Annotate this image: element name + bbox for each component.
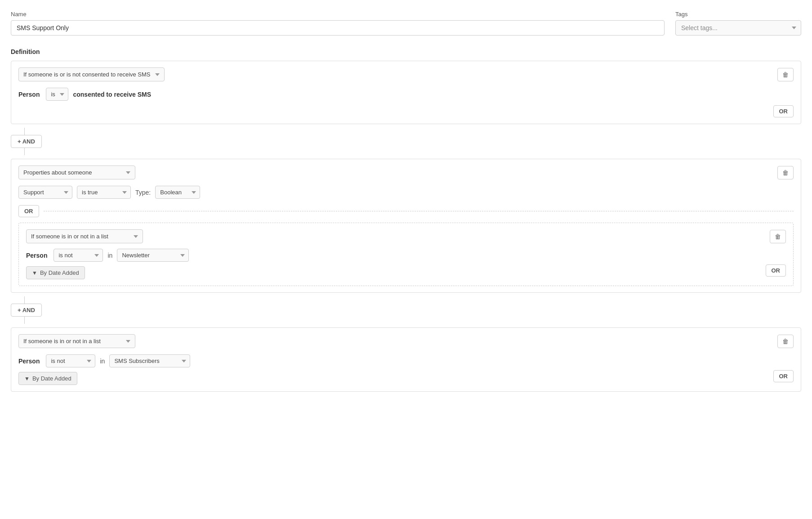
connector-line-2b: [24, 317, 25, 324]
delete-button-1[interactable]: 🗑: [777, 68, 794, 81]
sub-delete-button-2[interactable]: 🗑: [770, 230, 786, 243]
or-divider-2: OR: [18, 205, 794, 217]
or-button-2[interactable]: OR: [766, 264, 786, 277]
sub-condition-row-2: Person is not in Newsletter: [26, 249, 786, 262]
condition-block-3: If someone is in or not in a list 🗑 Pers…: [11, 327, 801, 392]
type-label-2: Type:: [135, 189, 151, 196]
person-label-3: Person: [18, 358, 40, 365]
filter-icon-3: ▼: [24, 376, 30, 382]
tags-label: Tags: [675, 11, 801, 18]
filter-icon-2: ▼: [32, 270, 37, 276]
delete-button-3[interactable]: 🗑: [777, 335, 794, 348]
sub-condition-block-2: If someone is in or not in a list 🗑 Pers…: [18, 223, 794, 286]
sub-is-not-select-2[interactable]: is not: [54, 249, 103, 262]
and-section-1: + AND: [11, 128, 801, 155]
property-select-2[interactable]: Support: [18, 186, 72, 199]
by-date-label-2: By Date Added: [40, 269, 79, 276]
sub-list-select-2[interactable]: Newsletter: [117, 249, 189, 262]
consented-text-1: consented to receive SMS: [73, 91, 151, 98]
condition-block-2: Properties about someone 🗑 Support is tr…: [11, 159, 801, 293]
connector-line-2: [24, 296, 25, 304]
top-form-row: Name Tags Select tags...: [11, 11, 801, 36]
or-divider-button-2[interactable]: OR: [18, 205, 39, 217]
or-button-3[interactable]: OR: [773, 370, 794, 382]
sub-in-label-2: in: [107, 252, 112, 259]
is-select-1[interactable]: is: [46, 88, 68, 101]
definition-section: Definition If someone is or is not conse…: [11, 48, 801, 392]
connector-line-1: [24, 128, 25, 135]
and-button-2[interactable]: + AND: [11, 304, 42, 317]
or-row-1: OR: [18, 105, 794, 117]
condition-type-select-3[interactable]: If someone is in or not in a list: [18, 334, 135, 348]
in-label-3: in: [100, 358, 105, 365]
connector-line-1b: [24, 148, 25, 155]
or-button-1[interactable]: OR: [773, 105, 794, 117]
and-section-2: + AND: [11, 296, 801, 324]
condition-row-1: Person is consented to receive SMS: [18, 88, 794, 101]
and-button-1[interactable]: + AND: [11, 135, 42, 148]
tags-field-group: Tags Select tags...: [675, 11, 801, 36]
operator-select-2[interactable]: is true: [77, 186, 131, 199]
by-date-button-3[interactable]: ▼ By Date Added: [18, 372, 77, 385]
name-field-group: Name: [11, 11, 665, 36]
condition-block-1: If someone is or is not consented to rec…: [11, 61, 801, 124]
by-date-button-2[interactable]: ▼ By Date Added: [26, 266, 85, 279]
person-label-1: Person: [18, 91, 40, 98]
list-select-3[interactable]: SMS Subscribers: [109, 354, 190, 367]
condition-block-1-body: Person is consented to receive SMS OR: [11, 88, 801, 124]
condition-row-3: Person is not in SMS Subscribers: [18, 354, 794, 367]
condition-block-1-header: If someone is or is not consented to rec…: [11, 61, 801, 88]
definition-title: Definition: [11, 48, 801, 55]
by-date-label-3: By Date Added: [32, 375, 71, 382]
delete-button-2[interactable]: 🗑: [777, 166, 794, 179]
condition-type-select-2[interactable]: Properties about someone: [18, 166, 135, 179]
is-not-select-3[interactable]: is not: [46, 354, 95, 367]
dashed-line-2: [44, 211, 794, 211]
name-input[interactable]: [11, 20, 665, 36]
sub-condition-type-select-2[interactable]: If someone is in or not in a list: [26, 229, 143, 243]
tags-select[interactable]: Select tags...: [675, 20, 801, 36]
condition-row-2: Support is true Type: Boolean: [18, 186, 794, 199]
name-label: Name: [11, 11, 665, 18]
condition-block-2-header: Properties about someone 🗑: [11, 159, 801, 186]
condition-block-2-body: Support is true Type: Boolean OR I: [11, 186, 801, 292]
condition-type-select-1[interactable]: If someone is or is not consented to rec…: [18, 67, 165, 81]
sub-person-label-2: Person: [26, 252, 47, 259]
condition-block-3-body: Person is not in SMS Subscribers ▼ By Da…: [11, 354, 801, 391]
type-select-2[interactable]: Boolean: [155, 186, 200, 199]
condition-block-3-header: If someone is in or not in a list 🗑: [11, 328, 801, 354]
